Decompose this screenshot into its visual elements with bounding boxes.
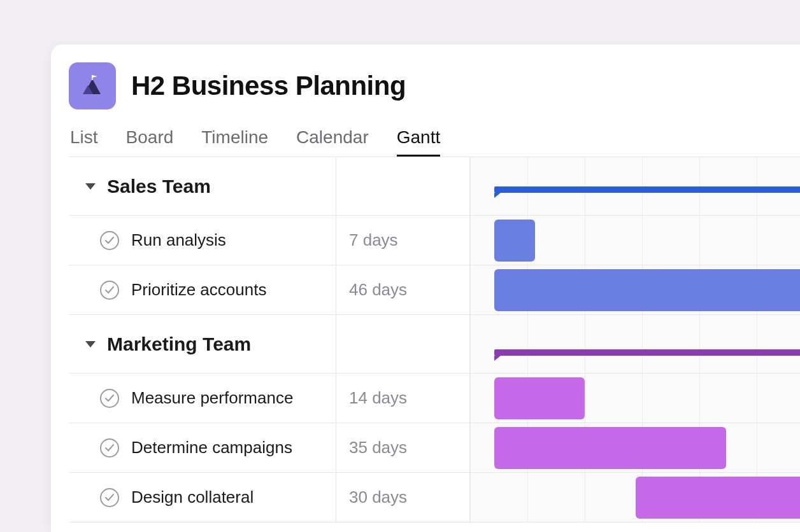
task-duration: 14 days [349, 388, 407, 408]
task-name-cell[interactable]: Design collateral [69, 473, 336, 522]
task-name-label: Run analysis [131, 230, 226, 250]
task-name-label: Determine campaigns [131, 438, 292, 458]
task-gantt-cell [470, 216, 800, 265]
section-summary-bar[interactable] [494, 186, 800, 193]
section-duration-cell [336, 157, 470, 216]
task-gantt-cell [470, 473, 800, 522]
task-duration: 7 days [349, 230, 398, 250]
collapse-icon[interactable] [85, 341, 96, 347]
check-circle-icon[interactable] [99, 438, 120, 458]
section-name: Sales Team [107, 176, 211, 197]
task-bar[interactable] [494, 427, 726, 469]
task-duration: 46 days [349, 280, 407, 300]
task-duration-cell: 7 days [336, 216, 470, 265]
tab-board[interactable]: Board [126, 127, 174, 157]
section-gantt-cell [470, 157, 800, 216]
mountain-flag-icon [79, 73, 106, 99]
view-tabs: List Board Timeline Calendar Gantt [69, 127, 800, 157]
project-title: H2 Business Planning [131, 71, 406, 101]
task-name-cell[interactable]: Run analysis [69, 216, 336, 265]
task-bar[interactable] [636, 477, 800, 519]
check-circle-icon[interactable] [99, 230, 120, 251]
tab-timeline[interactable]: Timeline [201, 127, 268, 157]
task-name-label: Prioritize accounts [131, 280, 266, 300]
svg-point-7 [101, 439, 118, 457]
tab-gantt[interactable]: Gantt [397, 127, 440, 157]
task-duration: 35 days [349, 438, 407, 458]
task-name-cell[interactable]: Determine campaigns [69, 423, 336, 473]
section-name: Marketing Team [107, 333, 251, 355]
task-gantt-cell [470, 265, 800, 315]
project-header: H2 Business Planning [69, 62, 800, 109]
section-summary-bar[interactable] [494, 349, 800, 356]
task-duration: 30 days [349, 487, 407, 507]
task-name-label: Design collateral [131, 487, 254, 507]
tab-calendar[interactable]: Calendar [296, 127, 369, 157]
svg-marker-3 [92, 75, 97, 78]
project-icon [69, 62, 116, 109]
task-gantt-cell [470, 423, 800, 473]
task-gantt-cell [470, 374, 800, 423]
svg-point-8 [101, 489, 118, 507]
task-duration-cell: 30 days [336, 473, 470, 522]
task-bar[interactable] [494, 377, 585, 419]
svg-point-4 [101, 232, 118, 249]
check-circle-icon[interactable] [99, 280, 120, 300]
svg-point-5 [101, 281, 118, 299]
svg-point-6 [101, 389, 118, 407]
task-bar[interactable] [494, 220, 535, 262]
task-duration-cell: 14 days [336, 374, 470, 423]
check-circle-icon[interactable] [99, 487, 120, 508]
task-name-cell[interactable]: Prioritize accounts [69, 265, 336, 315]
gantt-grid: Sales Team Run analysis [69, 157, 800, 522]
task-name-label: Measure performance [131, 388, 293, 408]
section-duration-cell [336, 315, 470, 374]
task-duration-cell: 35 days [336, 423, 470, 473]
section-gantt-cell [470, 315, 800, 374]
check-circle-icon[interactable] [99, 388, 120, 409]
collapse-icon[interactable] [85, 183, 96, 190]
project-card: H2 Business Planning List Board Timeline… [51, 45, 800, 532]
task-bar[interactable] [494, 269, 800, 311]
task-name-cell[interactable]: Measure performance [69, 374, 336, 423]
section-name-cell[interactable]: Sales Team [69, 157, 336, 216]
task-duration-cell: 46 days [336, 265, 470, 315]
tab-list[interactable]: List [70, 127, 98, 157]
section-name-cell[interactable]: Marketing Team [69, 315, 336, 374]
